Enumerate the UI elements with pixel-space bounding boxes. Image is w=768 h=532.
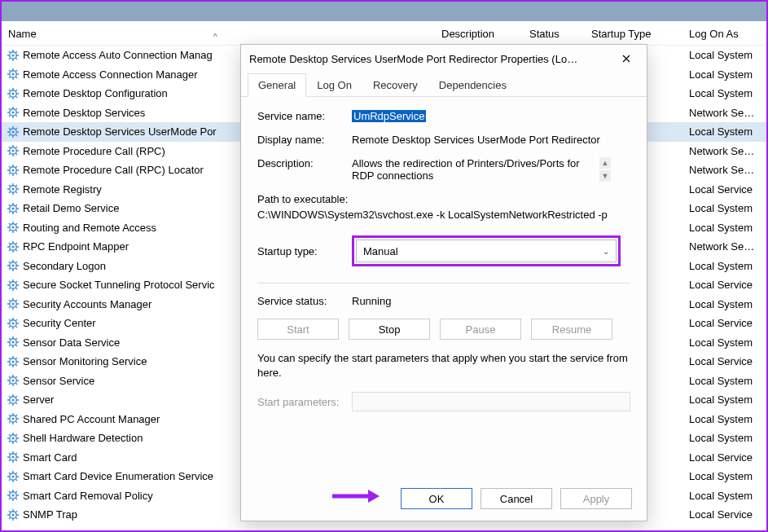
value-description[interactable]: Allows the redirection of Printers/Drive… (352, 157, 596, 182)
svg-point-149 (12, 322, 15, 324)
svg-line-196 (16, 422, 17, 423)
svg-point-9 (12, 54, 15, 56)
svg-line-65 (9, 166, 10, 167)
gear-icon (7, 451, 20, 464)
svg-line-127 (9, 288, 10, 288)
svg-line-5 (9, 51, 10, 52)
svg-point-229 (12, 475, 15, 477)
service-logon-text: Local System (689, 298, 762, 310)
svg-line-115 (9, 262, 10, 262)
chevron-down-icon: ⌄ (603, 247, 609, 256)
svg-line-216 (16, 460, 17, 461)
svg-line-37 (9, 116, 10, 117)
service-name-text: Secondary Logon (23, 260, 106, 272)
svg-line-247 (9, 517, 10, 518)
svg-line-26 (16, 96, 17, 97)
service-logon-text: Local Service (689, 183, 762, 196)
svg-line-158 (16, 338, 17, 339)
gear-icon (7, 125, 20, 138)
svg-line-226 (16, 479, 17, 480)
dialog-tabs: General Log On Recovery Dependencies (241, 73, 647, 97)
svg-point-239 (12, 495, 15, 497)
svg-line-205 (9, 434, 10, 435)
svg-point-219 (12, 456, 15, 459)
pause-button[interactable]: Pause (440, 319, 521, 340)
svg-line-238 (16, 491, 17, 492)
column-header-startup[interactable]: Startup Type (591, 28, 689, 40)
dialog-titlebar[interactable]: Remote Desktop Services UserMode Port Re… (241, 45, 647, 73)
svg-line-207 (9, 441, 10, 442)
service-name-text: Smart Card Device Enumeration Service (23, 470, 213, 482)
service-logon-text: Local Service (689, 451, 762, 464)
startup-highlight-annotation: Manual ⌄ (352, 235, 621, 266)
svg-line-248 (16, 511, 17, 512)
tab-dependencies[interactable]: Dependencies (428, 73, 517, 97)
column-header-status[interactable]: Status (529, 28, 591, 40)
svg-line-186 (16, 402, 17, 403)
ok-button[interactable]: OK (401, 488, 472, 509)
svg-point-39 (12, 112, 15, 114)
tab-logon[interactable]: Log On (306, 73, 362, 97)
gear-icon (7, 432, 20, 445)
service-logon-text: Local System (689, 222, 762, 234)
svg-line-225 (9, 473, 10, 473)
scroll-down-icon[interactable]: ▼ (599, 170, 611, 182)
service-name-text: Remote Access Connection Manager (23, 68, 198, 81)
cancel-button[interactable]: Cancel (481, 488, 552, 509)
gear-icon (7, 259, 20, 272)
svg-line-188 (16, 396, 17, 397)
svg-line-96 (16, 231, 17, 231)
svg-line-245 (9, 511, 10, 512)
start-params-input (352, 392, 630, 411)
svg-point-169 (12, 360, 15, 363)
value-service-status: Running (352, 295, 630, 307)
tab-general[interactable]: General (248, 73, 306, 97)
svg-line-7 (9, 58, 10, 59)
column-header-logon[interactable]: Log On As (689, 28, 762, 40)
gear-icon (7, 317, 20, 330)
resume-button[interactable]: Resume (531, 319, 612, 340)
svg-line-36 (16, 116, 17, 117)
svg-line-148 (16, 319, 17, 320)
service-name-text: Security Center (23, 317, 96, 329)
gear-icon (7, 355, 20, 368)
label-display-name: Display name: (257, 134, 352, 146)
svg-point-189 (12, 398, 15, 401)
service-name-text: Remote Procedure Call (RPC) Locator (23, 164, 204, 176)
close-button[interactable] (614, 49, 639, 68)
apply-button[interactable]: Apply (560, 488, 632, 509)
svg-line-98 (16, 223, 17, 224)
svg-point-59 (12, 150, 15, 152)
service-name-text: Sensor Service (23, 375, 94, 387)
service-name-text: Retail Demo Service (23, 202, 120, 214)
service-name-text: Sensor Data Service (23, 336, 120, 349)
svg-point-129 (12, 284, 15, 286)
service-name-text: SNMP Trap (23, 508, 77, 521)
column-header-description[interactable]: Description (441, 28, 529, 40)
svg-line-116 (16, 269, 17, 270)
gear-icon (7, 182, 20, 196)
service-name-text: Remote Desktop Configuration (23, 87, 168, 99)
svg-line-57 (9, 154, 10, 155)
start-button[interactable]: Start (257, 319, 339, 340)
svg-line-16 (16, 77, 17, 78)
svg-line-176 (16, 384, 17, 385)
service-name-text: Remote Desktop Services UserMode Por (23, 125, 217, 138)
service-name-text: Shared PC Account Manager (23, 413, 160, 425)
gear-icon (7, 297, 20, 310)
value-service-name[interactable]: UmRdpService (352, 110, 426, 122)
scroll-up-icon[interactable]: ▲ (599, 157, 611, 169)
label-path-to-exe: Path to executable: (257, 193, 630, 205)
svg-line-218 (16, 453, 17, 454)
label-description: Description: (257, 157, 352, 169)
svg-line-228 (16, 473, 17, 473)
column-header-name[interactable]: Name^ (2, 28, 441, 40)
svg-line-156 (16, 345, 17, 346)
service-logon-text: Local System (689, 202, 762, 214)
value-display-name: Remote Desktop Services UserMode Port Re… (352, 134, 630, 146)
tab-recovery[interactable]: Recovery (362, 73, 428, 97)
stop-button[interactable]: Stop (349, 319, 430, 340)
service-logon-text: Local System (689, 336, 762, 349)
svg-point-209 (12, 437, 15, 439)
startup-type-select[interactable]: Manual ⌄ (356, 240, 617, 262)
